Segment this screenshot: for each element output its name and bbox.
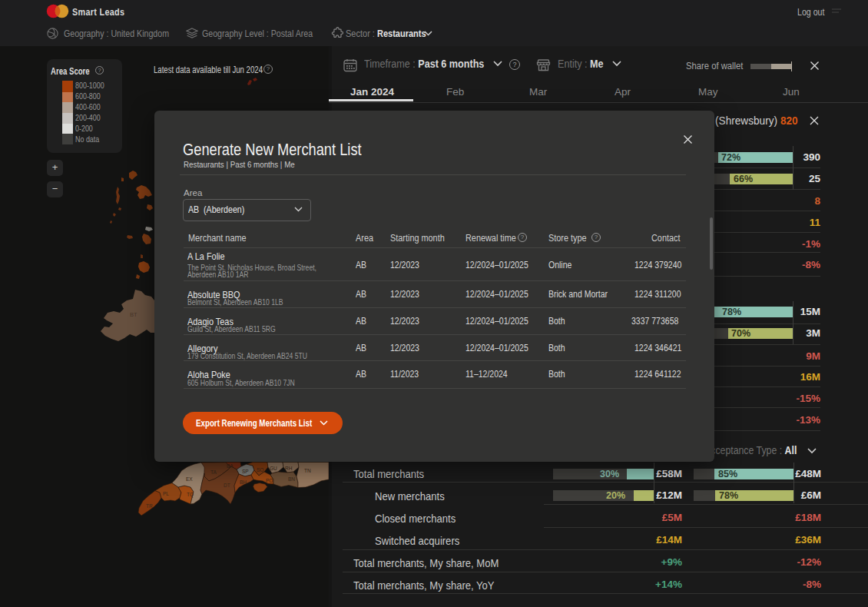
svg-text:RH: RH <box>285 466 293 471</box>
svg-text:TN: TN <box>304 468 311 473</box>
svg-text:SO: SO <box>257 467 263 473</box>
svg-text:SP: SP <box>242 469 249 474</box>
svg-text:BH: BH <box>240 479 247 485</box>
svg-text:TR: TR <box>146 503 153 509</box>
svg-text:BA: BA <box>227 463 234 469</box>
svg-text:PL: PL <box>163 491 169 496</box>
svg-text:PO: PO <box>266 478 273 483</box>
svg-text:DT: DT <box>224 483 230 488</box>
svg-text:BT: BT <box>130 311 137 318</box>
svg-text:BN: BN <box>288 476 295 482</box>
svg-text:EX: EX <box>186 476 193 482</box>
svg-text:TQ: TQ <box>187 492 194 498</box>
svg-text:GU: GU <box>270 466 277 471</box>
svg-text:TA: TA <box>210 469 217 475</box>
